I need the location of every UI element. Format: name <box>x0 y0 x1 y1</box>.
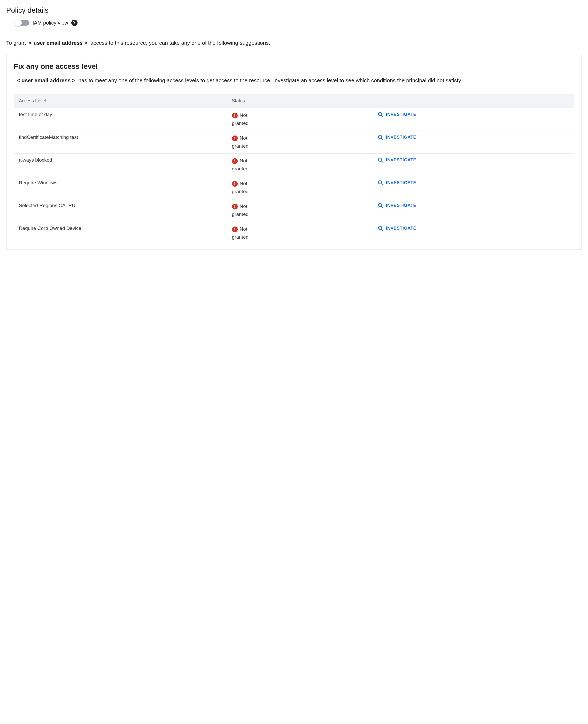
status-granted: granted <box>232 120 368 127</box>
error-icon: ! <box>232 204 238 209</box>
page-title: Policy details <box>6 6 582 15</box>
access-level-cell: findCertificateMatching test <box>14 131 227 154</box>
search-icon <box>378 135 383 140</box>
status-granted: granted <box>232 211 368 218</box>
action-cell: INVESTIGATE <box>373 154 574 176</box>
table-row: Require Corp Owned Device ! Not granted … <box>14 222 574 245</box>
search-icon <box>378 225 383 231</box>
search-icon <box>378 203 383 208</box>
svg-line-5 <box>381 161 383 162</box>
action-cell: INVESTIGATE <box>373 176 574 199</box>
investigate-button[interactable]: INVESTIGATE <box>378 135 417 140</box>
investigate-button[interactable]: INVESTIGATE <box>378 225 417 231</box>
table-header-row: Access Level Status <box>14 94 574 108</box>
search-icon <box>378 157 383 163</box>
iam-policy-toggle-row: IAM policy view ? <box>16 20 582 26</box>
intro-post: access to this resource, you can take an… <box>90 40 270 46</box>
iam-policy-toggle-label: IAM policy view <box>33 20 68 26</box>
access-level-cell: Require Windows <box>14 176 227 199</box>
status-granted: granted <box>232 188 368 196</box>
access-level-cell: always blocked <box>14 154 227 176</box>
action-cell: INVESTIGATE <box>373 108 574 131</box>
column-header-action <box>373 94 574 108</box>
svg-line-9 <box>381 206 383 208</box>
status-not: Not <box>240 203 248 210</box>
error-icon: ! <box>232 136 238 141</box>
investigate-label: INVESTIGATE <box>386 226 417 231</box>
status-cell: ! Not granted <box>227 199 373 222</box>
card-description: < user email address > has to meet any o… <box>14 76 574 85</box>
card-placeholder: < user email address > <box>17 77 75 83</box>
error-icon: ! <box>232 113 238 118</box>
investigate-label: INVESTIGATE <box>386 135 417 140</box>
column-header-status: Status <box>227 94 373 108</box>
investigate-button[interactable]: INVESTIGATE <box>378 157 417 163</box>
investigate-label: INVESTIGATE <box>386 158 417 163</box>
svg-line-7 <box>381 184 383 185</box>
search-icon <box>378 112 383 117</box>
table-row: findCertificateMatching test ! Not grant… <box>14 131 574 154</box>
status-not: Not <box>240 157 248 165</box>
error-icon: ! <box>232 158 238 164</box>
status-cell: ! Not granted <box>227 176 373 199</box>
status-cell: ! Not granted <box>227 222 373 245</box>
investigate-button[interactable]: INVESTIGATE <box>378 180 417 186</box>
svg-line-1 <box>381 115 383 117</box>
investigate-button[interactable]: INVESTIGATE <box>378 112 417 117</box>
table-row: Require Windows ! Not granted INVESTIGAT… <box>14 176 574 199</box>
error-icon: ! <box>232 181 238 187</box>
column-header-level: Access Level <box>14 94 227 108</box>
status-not: Not <box>240 135 248 142</box>
status-cell: ! Not granted <box>227 131 373 154</box>
investigate-label: INVESTIGATE <box>386 180 417 185</box>
status-cell: ! Not granted <box>227 108 373 131</box>
access-level-cell: Require Corp Owned Device <box>14 222 227 245</box>
status-cell: ! Not granted <box>227 154 373 176</box>
fix-access-level-card: Fix any one access level < user email ad… <box>6 54 582 250</box>
help-icon[interactable]: ? <box>71 20 78 26</box>
card-title: Fix any one access level <box>14 62 574 71</box>
investigate-button[interactable]: INVESTIGATE <box>378 203 417 208</box>
table-row: always blocked ! Not granted INVESTIGATE <box>14 154 574 176</box>
table-row: Selected Regions:CA, RU ! Not granted IN… <box>14 199 574 222</box>
action-cell: INVESTIGATE <box>373 199 574 222</box>
status-not: Not <box>240 225 248 233</box>
status-granted: granted <box>232 142 368 150</box>
svg-line-3 <box>381 138 383 140</box>
intro-pre: To grant <box>6 40 26 46</box>
intro-text: To grant < user email address > access t… <box>6 38 582 47</box>
svg-line-11 <box>381 229 383 230</box>
status-not: Not <box>240 180 248 187</box>
intro-placeholder: < user email address > <box>29 40 87 46</box>
access-level-cell: Selected Regions:CA, RU <box>14 199 227 222</box>
error-icon: ! <box>232 226 238 232</box>
investigate-label: INVESTIGATE <box>386 112 417 117</box>
search-icon <box>378 180 383 186</box>
access-levels-table: Access Level Status test time of day ! N… <box>14 94 574 244</box>
action-cell: INVESTIGATE <box>373 222 574 245</box>
action-cell: INVESTIGATE <box>373 131 574 154</box>
card-desc-rest: has to meet any one of the following acc… <box>78 77 462 83</box>
status-granted: granted <box>232 234 368 241</box>
status-not: Not <box>240 112 248 119</box>
access-level-cell: test time of day <box>14 108 227 131</box>
iam-policy-toggle[interactable] <box>16 20 29 26</box>
investigate-label: INVESTIGATE <box>386 203 417 208</box>
table-row: test time of day ! Not granted INVESTIGA… <box>14 108 574 131</box>
status-granted: granted <box>232 165 368 173</box>
